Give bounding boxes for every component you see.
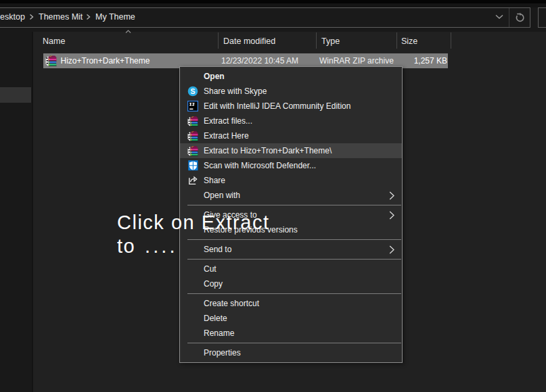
svg-text:S: S — [191, 87, 196, 95]
